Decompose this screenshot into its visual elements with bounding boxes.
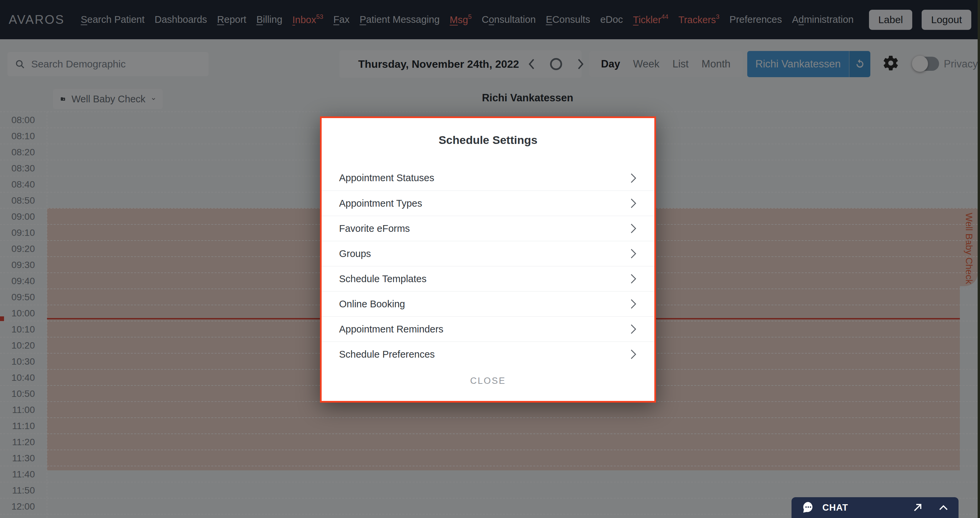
modal-item-schedule-preferences[interactable]: Schedule Preferences — [321, 341, 654, 367]
chevron-right-icon — [630, 198, 637, 209]
chevron-right-icon — [630, 349, 637, 360]
close-button[interactable]: CLOSE — [468, 375, 508, 386]
chat-actions — [912, 502, 948, 513]
arrow-up-right-icon — [912, 502, 923, 513]
modal-item-label: Groups — [339, 248, 371, 259]
modal-item-label: Appointment Statuses — [339, 172, 434, 183]
app-screen: AVAROS Search PatientDashboardsReportBil… — [0, 0, 980, 518]
modal-item-groups[interactable]: Groups — [321, 241, 654, 266]
modal-item-schedule-templates[interactable]: Schedule Templates — [321, 266, 654, 291]
modal-title: Schedule Settings — [321, 134, 654, 147]
modal-item-label: Online Booking — [339, 299, 405, 310]
desktop-edge-sliver — [978, 0, 980, 518]
chevron-right-icon — [630, 273, 637, 284]
chat-bubble-icon — [802, 501, 815, 514]
modal-menu: Appointment StatusesAppointment TypesFav… — [321, 166, 654, 367]
modal-item-appointment-types[interactable]: Appointment Types — [321, 191, 654, 216]
schedule-settings-modal: Schedule Settings Appointment StatusesAp… — [320, 116, 656, 403]
modal-item-label: Favorite eForms — [339, 223, 410, 234]
chevron-right-icon — [630, 324, 637, 335]
chevron-right-icon — [630, 173, 637, 183]
modal-item-appointment-reminders[interactable]: Appointment Reminders — [321, 316, 654, 341]
chat-expand-button[interactable] — [939, 504, 948, 511]
modal-item-label: Appointment Types — [339, 198, 422, 209]
chat-popout-button[interactable] — [912, 502, 923, 513]
modal-item-appointment-statuses[interactable]: Appointment Statuses — [321, 166, 654, 191]
chevron-right-icon — [630, 299, 637, 309]
modal-item-online-booking[interactable]: Online Booking — [321, 291, 654, 316]
chevron-right-icon — [630, 248, 637, 259]
chevron-up-icon — [939, 504, 948, 511]
modal-item-label: Schedule Templates — [339, 273, 426, 284]
modal-item-label: Appointment Reminders — [339, 324, 443, 335]
modal-item-favorite-eforms[interactable]: Favorite eForms — [321, 216, 654, 241]
chat-widget[interactable]: CHAT — [792, 497, 959, 518]
chat-label: CHAT — [822, 502, 848, 513]
modal-item-label: Schedule Preferences — [339, 349, 435, 360]
chevron-right-icon — [630, 223, 637, 234]
